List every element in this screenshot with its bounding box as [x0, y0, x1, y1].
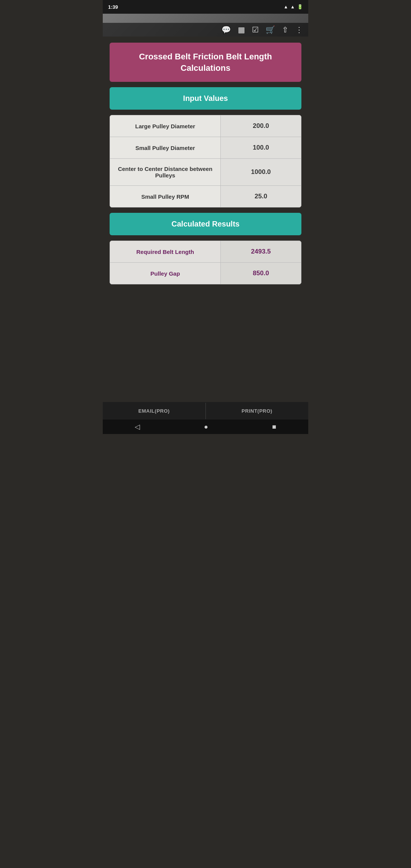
back-icon[interactable]: ◁ — [135, 423, 140, 431]
status-time: 1:39 — [108, 4, 118, 10]
share-icon[interactable]: ⇧ — [282, 25, 288, 34]
bottom-bar: EMAIL(PRO) PRINT(PRO) — [103, 402, 308, 420]
table-row: Pulley Gap 850.0 — [110, 263, 301, 284]
small-pulley-diameter-label: Small Pulley Diameter — [110, 137, 221, 158]
recents-icon[interactable]: ■ — [272, 423, 276, 431]
large-pulley-diameter-label: Large Pulley Diameter — [110, 115, 221, 137]
belt-length-label: Required Belt Length — [110, 241, 221, 262]
page-title: Crossed Belt Friction Belt Length Calcul… — [139, 52, 272, 73]
center-distance-value[interactable]: 1000.0 — [221, 159, 301, 185]
email-pro-button[interactable]: EMAIL(PRO) — [103, 403, 206, 419]
large-pulley-diameter-value[interactable]: 200.0 — [221, 115, 301, 137]
status-bar: 1:39 ▲ ▲ 🔋 — [103, 0, 308, 14]
table-row: Small Pulley RPM 25.0 — [110, 186, 301, 207]
title-card: Crossed Belt Friction Belt Length Calcul… — [110, 43, 301, 82]
input-table: Large Pulley Diameter 200.0 Small Pulley… — [110, 115, 301, 207]
results-section-header: Calculated Results — [110, 213, 301, 235]
toolbar: 💬 ▦ ☑ 🛒 ⇧ ⋮ — [103, 23, 308, 37]
home-icon[interactable]: ● — [204, 423, 208, 431]
small-pulley-rpm-label: Small Pulley RPM — [110, 186, 221, 207]
belt-length-value: 2493.5 — [221, 241, 301, 262]
signal-icon: ▲ — [290, 4, 295, 10]
small-pulley-rpm-value[interactable]: 25.0 — [221, 186, 301, 207]
results-table: Required Belt Length 2493.5 Pulley Gap 8… — [110, 241, 301, 284]
pulley-gap-value: 850.0 — [221, 263, 301, 284]
input-header-label: Input Values — [183, 94, 228, 102]
more-icon[interactable]: ⋮ — [295, 25, 303, 34]
status-icons: ▲ ▲ 🔋 — [284, 4, 303, 10]
cart-icon[interactable]: 🛒 — [266, 25, 275, 34]
chat-icon[interactable]: 💬 — [221, 25, 231, 34]
center-distance-label: Center to Center Distance between Pulley… — [110, 159, 221, 185]
table-row: Center to Center Distance between Pulley… — [110, 159, 301, 186]
battery-icon: 🔋 — [297, 4, 303, 10]
table-row: Required Belt Length 2493.5 — [110, 241, 301, 263]
small-pulley-diameter-value[interactable]: 100.0 — [221, 137, 301, 158]
nav-bar: ◁ ● ■ — [103, 420, 308, 434]
table-row: Large Pulley Diameter 200.0 — [110, 115, 301, 137]
input-section-header: Input Values — [110, 87, 301, 110]
checklist-icon[interactable]: ☑ — [252, 25, 259, 34]
calculator-icon[interactable]: ▦ — [238, 25, 245, 34]
table-row: Small Pulley Diameter 100.0 — [110, 137, 301, 159]
top-image-bar: 💬 ▦ ☑ 🛒 ⇧ ⋮ — [103, 14, 308, 37]
main-content: Crossed Belt Friction Belt Length Calcul… — [103, 37, 308, 402]
results-header-label: Calculated Results — [172, 220, 240, 228]
pulley-gap-label: Pulley Gap — [110, 263, 221, 284]
wifi-icon: ▲ — [284, 4, 288, 10]
print-pro-button[interactable]: PRINT(PRO) — [206, 403, 309, 419]
